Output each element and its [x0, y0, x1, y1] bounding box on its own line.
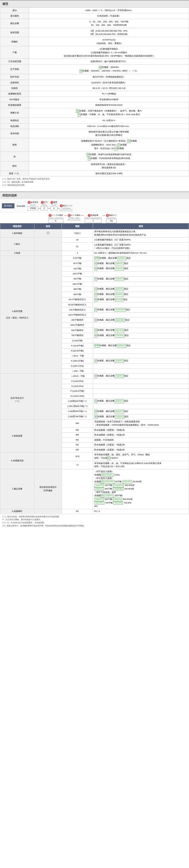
type-model: 50.00千帕绝对压力 — [62, 302, 93, 307]
type-spec — [93, 379, 189, 384]
type-spec: 防水连接器（后置型）+电缆2米 — [93, 442, 189, 447]
type-spec: 无连接电缆（在单工的情况下）的机连接器类型（单使用连接器：OMRON圆形安装连接… — [93, 420, 189, 428]
type-model: 100千帕 — [62, 266, 93, 272]
typesel-title: 类型的选择 — [0, 191, 189, 199]
type-spec — [93, 394, 189, 399]
type-spec: H传感器、额定容量500KPG指定 — [93, 292, 189, 297]
type-spec: 2点集电极开路输出（出厂设置为NPN） — [93, 238, 189, 243]
spec-key: 各种功能 — [0, 129, 29, 138]
type-model: 中号 — [62, 453, 93, 461]
type-model: RN — [62, 437, 93, 442]
type-spec: 连接器、不含电缆线 — [93, 437, 189, 442]
type-model: RS — [62, 442, 93, 447]
type-check — [34, 420, 62, 453]
type-model: WN — [62, 420, 93, 428]
type-spec: H传感器、额定容量100KPG指定 — [93, 266, 189, 272]
spec-val: 峰值保持/选定显示点/零点大偏小维存储器显示比较器/显示单位/带模式 — [29, 129, 189, 138]
type-check — [34, 229, 62, 238]
spec-key: 工作温度范围 — [0, 59, 29, 64]
model-box[interactable]: VSW2 — [28, 206, 38, 210]
type-category: 5.电缆连接 — [0, 420, 34, 453]
type-spec — [93, 348, 189, 353]
spec-val: 温度0至50℃（最小湿度温度0至70℃） — [29, 59, 189, 64]
type-check — [34, 374, 62, 420]
type-spec — [93, 404, 189, 409]
spec-table: 显示-1999～2000（* 1）7段4位LCD（字符高度9mm）显示颜色红色或… — [0, 7, 189, 176]
type-spec — [93, 364, 189, 369]
spec-key: 机身侧连接器 — [0, 102, 29, 108]
model-label: 型式指定 — [2, 203, 14, 208]
spec-val: 连接螺纹部分+铝2017（压力接收部分+单导体）M传感器连接螺纹部分：SUS 3… — [29, 138, 189, 152]
type-header: 检查 — [34, 223, 62, 229]
spec-val: M传感器：仅用于液体条件（传感液密封）、如空气、碳化氢、氟气H传感器：不锈钢、水… — [29, 108, 189, 118]
type-model: 4 — [62, 251, 93, 256]
spec-key: 产量 — [0, 46, 29, 59]
type-model: （-100）千帕 — [62, 369, 93, 374]
type-category: 3.电源 — [0, 251, 34, 256]
type-notes: (* 1）指示为负值、请使用M型绘型显示的变种式显示表示负值范围。P：只正面为正… — [0, 514, 189, 529]
spec-val: 红色或绿色（可选设置） — [29, 13, 189, 19]
type-category: 1.基本模型 — [0, 229, 34, 238]
type-spec: M传感器、额定容量700 KPA指定 — [93, 333, 189, 338]
model-example: Example — [15, 204, 27, 208]
type-model: N (±50.0 kPa) — [62, 364, 93, 369]
type-model: 31 — [62, 243, 93, 251]
model-box[interactable] — [60, 210, 72, 211]
model-box[interactable]: 2 — [41, 206, 48, 210]
spec-key: 校准范围 — [0, 28, 29, 37]
type-model: P (±50.0千帕) — [62, 359, 93, 364]
spec-val: 欧姆龙制造型号XS2M‑D423 — [29, 102, 189, 108]
spec-key: 电源电压 — [0, 118, 29, 123]
spec-key: 连接螺纹形状 — [0, 91, 29, 97]
spec-key: 附件 — [0, 161, 29, 170]
type-spec: 中号传感器、额定容量005KPG指定 — [93, 343, 189, 349]
type-model: 200千帕绝对 — [62, 317, 93, 323]
type-model: 50.0千帕 — [62, 261, 93, 266]
type-check — [34, 453, 62, 469]
type-model: * h — [62, 461, 93, 469]
type-model: P (±100 kPa) — [62, 379, 93, 384]
type-check — [34, 238, 62, 251]
spec-val: 2点集电极开路输出1点集电极开路输出+ 4～20 mA的输出设定输出最大额定DC… — [29, 46, 189, 59]
type-spec: H传感器、额定容量500 KPA指定 — [93, 328, 189, 333]
type-spec: R1 / 4 — [93, 509, 189, 514]
type-spec: 1点集电极开路输出（出厂设置为NPN）+ 4至20 mA输出（可以在选项中切换） — [93, 243, 189, 251]
type-model: 02 — [62, 238, 93, 243]
type-spec: M传感器、额定容量50 KPA指定 — [93, 297, 189, 302]
model-box[interactable]: 5 — [48, 219, 64, 223]
type-model: WS — [62, 428, 93, 433]
type-category: 4.校准范围正压（表压）/绝对压力 — [0, 256, 34, 373]
model-box[interactable]: R2 — [106, 219, 117, 223]
model-box[interactable]: 4 — [50, 206, 58, 210]
spec-key: 防护等级 — [0, 74, 29, 80]
model-selector: 型式指定 Example ①基本型式ModelVSW2—②出力Output2—③… — [0, 199, 189, 213]
type-model: (-100.0至200千帕) * 2 — [62, 404, 93, 409]
spec-title: 规范 — [0, 0, 189, 7]
type-spec: H传感器、额定容量为100KPA指定 — [93, 307, 189, 313]
spec-val: 符合欧洲RoHS标准 — [29, 97, 189, 102]
type-header: 规范 — [93, 223, 189, 229]
spec-key: 测量介质 — [0, 108, 29, 118]
type-model: WR — [62, 433, 93, 438]
type-category: 8.连接螺杆 — [0, 509, 34, 514]
spec-key: 显示 — [0, 8, 29, 13]
type-spec — [93, 338, 189, 343]
type-model: N (±100 kPa) — [62, 384, 93, 389]
type-header: 模型选择 — [0, 223, 34, 229]
spec-key: 准确性 — [0, 37, 29, 46]
type-spec: （对于选压力选项）传感器H 005KPG 5 kPa（对于选压力选项）传感器M … — [93, 469, 189, 509]
type-model: 500千帕 — [62, 292, 93, 297]
model-box[interactable]: 7 — [85, 219, 102, 223]
spec-key: 显示颜色 — [0, 13, 29, 19]
type-category: 负压/综合压力（* 1） — [0, 374, 34, 420]
type-spec — [93, 272, 189, 277]
type-model: （-50.0）千帕 — [62, 353, 93, 359]
type-model: (-100至700千帕) * 2 — [62, 414, 93, 420]
type-check — [34, 251, 62, 256]
type-model: VSW 2 — [62, 229, 93, 238]
model-box[interactable] — [68, 219, 80, 220]
type-check: 筛在检查参观说中吃零偏差 — [34, 469, 62, 509]
type-category: 7.额定容量 — [0, 469, 34, 509]
spec-key: 块 — [0, 152, 29, 162]
spec-val: 98 m /s²（10 G）[符合IEC 68‑2‑6] — [29, 86, 189, 91]
